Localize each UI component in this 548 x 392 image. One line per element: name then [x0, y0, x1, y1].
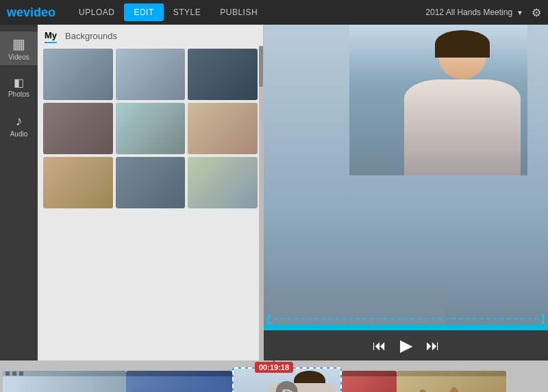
timeline-tracks: 00:19:18 [0, 360, 548, 392]
edit-pencil-icon: ✏ [276, 381, 298, 393]
preview-controls: ⏮ ▶ ⏭ [264, 330, 548, 360]
sidebar-item-photos[interactable]: ◧ Photos [0, 72, 38, 102]
dropdown-arrow-icon: ▼ [516, 9, 523, 16]
sidebar-item-audio[interactable]: ♪ Audio [0, 109, 38, 142]
left-sidebar: ▦ Videos ◧ Photos ♪ Audio [0, 25, 38, 360]
main-area: ▦ Videos ◧ Photos ♪ Audio My Backgrounds [0, 25, 548, 360]
media-thumb-5[interactable] [116, 103, 186, 154]
nav-edit[interactable]: EDIT [124, 3, 163, 21]
media-tabs: My Backgrounds [38, 25, 263, 46]
media-thumb-3[interactable] [188, 49, 258, 100]
media-thumb-1[interactable] [43, 49, 113, 100]
photos-icon: ◧ [14, 76, 24, 89]
media-thumb-7[interactable] [43, 157, 113, 208]
video-preview-person [349, 25, 527, 175]
nav-publish[interactable]: PUBLISH [210, 3, 267, 21]
sidebar-audio-label: Audio [10, 130, 28, 138]
media-grid [38, 46, 263, 211]
timeline-clip-5[interactable] [397, 371, 506, 393]
edit-overlay: ✏ Edit [276, 381, 299, 393]
nav-style[interactable]: STYLE [164, 3, 211, 21]
scroll-indicator[interactable] [259, 46, 263, 360]
skip-back-button[interactable]: ⏮ [373, 338, 386, 354]
timeline-clip-4[interactable] [342, 371, 397, 393]
timecode-badge: 00:19:18 [255, 362, 293, 373]
media-thumb-4[interactable] [43, 103, 113, 154]
media-thumb-6[interactable] [188, 103, 258, 154]
project-title: 2012 All Hands Meeting ▼ [425, 8, 523, 17]
sidebar-item-videos[interactable]: ▦ Videos [0, 32, 38, 65]
tab-backgrounds[interactable]: Backgrounds [65, 31, 117, 42]
timeline-clip-2[interactable] [126, 371, 232, 393]
settings-icon[interactable]: ⚙ [532, 6, 541, 19]
sidebar-videos-label: Videos [8, 53, 29, 61]
right-bracket-icon: } [541, 313, 545, 325]
media-thumb-2[interactable] [116, 49, 186, 100]
left-bracket-icon: { [266, 313, 271, 325]
media-thumb-8[interactable] [116, 157, 186, 208]
preview-panel: { } ⏮ ▶ ⏭ [264, 25, 548, 360]
tab-my[interactable]: My [45, 30, 57, 43]
media-thumb-9[interactable] [188, 157, 258, 208]
top-navigation: wevideo UPLOAD EDIT STYLE PUBLISH 2012 A… [0, 0, 548, 25]
media-panel: My Backgrounds [38, 25, 264, 360]
videos-icon: ▦ [12, 36, 25, 52]
sidebar-photos-label: Photos [8, 90, 29, 98]
skip-forward-button[interactable]: ⏭ [426, 338, 440, 354]
audio-icon: ♪ [16, 113, 23, 129]
play-button[interactable]: ▶ [400, 336, 412, 355]
timeline-clip-1[interactable] [3, 371, 126, 393]
logo-video: video [23, 5, 55, 19]
scroll-handle[interactable] [259, 46, 263, 87]
preview-video: { } [264, 25, 548, 330]
nav-upload[interactable]: UPLOAD [69, 3, 124, 21]
logo: wevideo [7, 5, 55, 20]
timeline-area: 00:19:18 [0, 360, 548, 392]
logo-we: we [7, 5, 23, 19]
